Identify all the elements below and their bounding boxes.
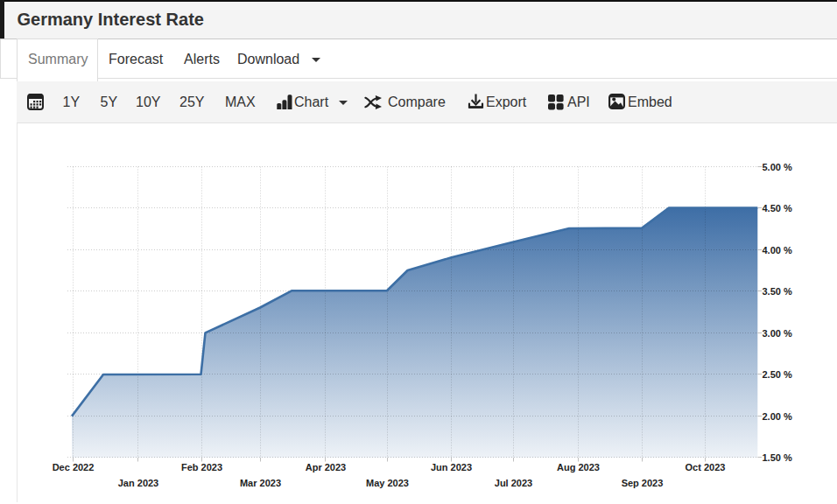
svg-text:4.50 %: 4.50 % xyxy=(763,203,792,214)
svg-text:Jan 2023: Jan 2023 xyxy=(118,478,158,488)
svg-text:4.00 %: 4.00 % xyxy=(763,245,792,256)
svg-text:Mar 2023: Mar 2023 xyxy=(240,478,281,488)
svg-text:Apr 2023: Apr 2023 xyxy=(306,462,346,472)
svg-text:Aug 2023: Aug 2023 xyxy=(557,462,600,472)
svg-text:Dec 2022: Dec 2022 xyxy=(53,462,95,472)
svg-text:3.50 %: 3.50 % xyxy=(763,286,792,297)
svg-text:3.00 %: 3.00 % xyxy=(763,328,792,339)
svg-text:Jun 2023: Jun 2023 xyxy=(431,462,472,472)
svg-text:Jul 2023: Jul 2023 xyxy=(495,478,532,488)
svg-text:Feb 2023: Feb 2023 xyxy=(181,462,222,472)
svg-text:May 2023: May 2023 xyxy=(366,478,409,488)
svg-text:1.50 %: 1.50 % xyxy=(763,452,792,463)
svg-text:2.50 %: 2.50 % xyxy=(763,369,792,380)
svg-text:Sep 2023: Sep 2023 xyxy=(622,478,664,488)
svg-text:5.00 %: 5.00 % xyxy=(763,162,792,172)
svg-text:2.00 %: 2.00 % xyxy=(763,411,792,422)
svg-text:Oct 2023: Oct 2023 xyxy=(686,462,726,472)
